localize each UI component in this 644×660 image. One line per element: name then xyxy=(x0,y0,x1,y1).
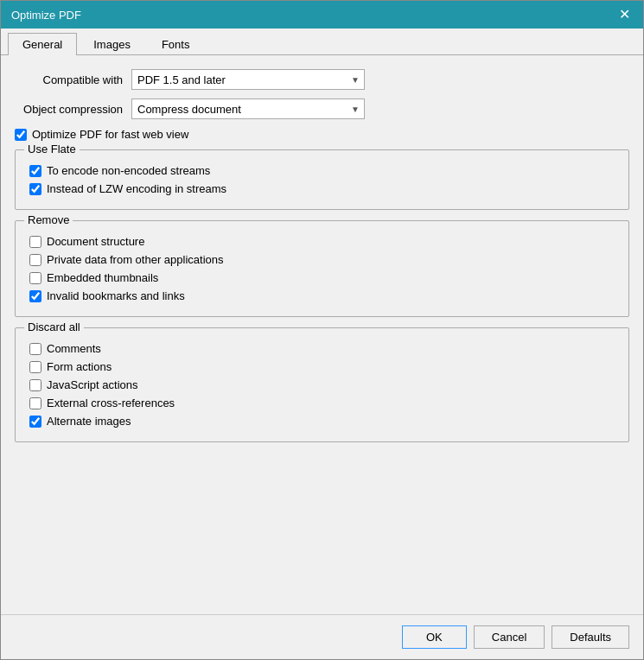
lzw-encoding-row: Instead of LZW encoding in streams xyxy=(29,182,615,195)
lzw-encoding-checkbox[interactable] xyxy=(29,183,41,195)
object-compression-select[interactable]: Compress document Remove compression Non… xyxy=(131,98,365,119)
compatible-with-label: Compatible with xyxy=(15,73,131,86)
dialog: Optimize PDF ✕ General Images Fonts Comp… xyxy=(0,0,644,660)
remove-title: Remove xyxy=(24,213,73,226)
external-cross-refs-row: External cross-references xyxy=(29,397,615,409)
lzw-encoding-label[interactable]: Instead of LZW encoding in streams xyxy=(47,182,226,195)
comments-row: Comments xyxy=(29,342,615,355)
object-compression-row: Object compression Compress document Rem… xyxy=(15,98,629,119)
tab-bar: General Images Fonts xyxy=(1,29,643,55)
optimize-fast-web-label[interactable]: Optimize PDF for fast web view xyxy=(32,128,188,141)
external-cross-refs-checkbox[interactable] xyxy=(29,397,41,409)
javascript-actions-label[interactable]: JavaScript actions xyxy=(47,378,138,391)
private-data-row: Private data from other applications xyxy=(29,253,615,266)
encode-non-encoded-row: To encode non-encoded streams xyxy=(29,164,615,177)
form-actions-row: Form actions xyxy=(29,360,615,373)
cancel-button[interactable]: Cancel xyxy=(474,625,545,649)
remove-content: Document structure Private data from oth… xyxy=(29,235,615,302)
dialog-title: Optimize PDF xyxy=(11,9,81,22)
doc-structure-checkbox[interactable] xyxy=(29,236,41,248)
remove-group: Remove Document structure Private data f… xyxy=(15,220,629,317)
use-flate-title: Use Flate xyxy=(24,143,80,155)
comments-label[interactable]: Comments xyxy=(47,342,101,355)
compatible-with-select[interactable]: PDF 1.5 and later PDF 1.4 and later PDF … xyxy=(131,69,365,90)
private-data-checkbox[interactable] xyxy=(29,254,41,266)
discard-all-content: Comments Form actions JavaScript actions… xyxy=(29,342,615,428)
encode-non-encoded-checkbox[interactable] xyxy=(29,165,41,177)
javascript-actions-row: JavaScript actions xyxy=(29,378,615,391)
private-data-label[interactable]: Private data from other applications xyxy=(47,253,224,266)
object-compression-label: Object compression xyxy=(15,103,131,116)
external-cross-refs-label[interactable]: External cross-references xyxy=(47,397,175,409)
embedded-thumbnails-checkbox[interactable] xyxy=(29,272,41,284)
close-button[interactable]: ✕ xyxy=(615,6,633,23)
invalid-bookmarks-checkbox[interactable] xyxy=(29,290,41,302)
defaults-button[interactable]: Defaults xyxy=(552,625,629,649)
use-flate-content: To encode non-encoded streams Instead of… xyxy=(29,164,615,195)
title-bar: Optimize PDF ✕ xyxy=(1,1,643,29)
optimize-fast-web-row: Optimize PDF for fast web view xyxy=(15,128,629,141)
invalid-bookmarks-row: Invalid bookmarks and links xyxy=(29,289,615,302)
alternate-images-row: Alternate images xyxy=(29,415,615,428)
discard-all-title: Discard all xyxy=(24,320,84,333)
doc-structure-label[interactable]: Document structure xyxy=(47,235,144,248)
alternate-images-checkbox[interactable] xyxy=(29,416,41,428)
tab-fonts[interactable]: Fonts xyxy=(147,33,205,55)
form-actions-checkbox[interactable] xyxy=(29,361,41,373)
comments-checkbox[interactable] xyxy=(29,343,41,355)
discard-all-group: Discard all Comments Form actions JavaSc… xyxy=(15,327,629,442)
use-flate-group: Use Flate To encode non-encoded streams … xyxy=(15,149,629,210)
doc-structure-row: Document structure xyxy=(29,235,615,248)
alternate-images-label[interactable]: Alternate images xyxy=(47,415,131,428)
form-actions-label[interactable]: Form actions xyxy=(47,360,112,373)
compatible-with-row: Compatible with PDF 1.5 and later PDF 1.… xyxy=(15,69,629,90)
optimize-fast-web-checkbox[interactable] xyxy=(15,129,27,141)
content-area: Compatible with PDF 1.5 and later PDF 1.… xyxy=(1,55,643,614)
compatible-with-select-wrapper: PDF 1.5 and later PDF 1.4 and later PDF … xyxy=(131,69,365,90)
tab-images[interactable]: Images xyxy=(79,33,145,55)
ok-button[interactable]: OK xyxy=(402,625,467,649)
invalid-bookmarks-label[interactable]: Invalid bookmarks and links xyxy=(47,289,185,302)
javascript-actions-checkbox[interactable] xyxy=(29,379,41,391)
encode-non-encoded-label[interactable]: To encode non-encoded streams xyxy=(47,164,210,177)
embedded-thumbnails-label[interactable]: Embedded thumbnails xyxy=(47,271,158,284)
footer: OK Cancel Defaults xyxy=(1,614,643,659)
embedded-thumbnails-row: Embedded thumbnails xyxy=(29,271,615,284)
object-compression-select-wrapper: Compress document Remove compression Non… xyxy=(131,98,365,119)
tab-general[interactable]: General xyxy=(8,33,77,55)
